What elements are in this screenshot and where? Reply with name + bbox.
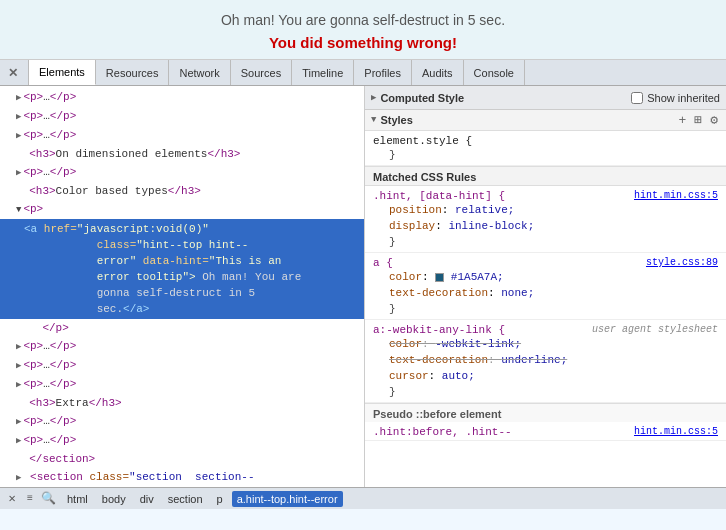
triangle-icon[interactable]: ▶ [16,93,21,103]
dom-line[interactable]: ▶ <section class="section section-- [0,468,364,487]
css-rule-webkit-header: user agent stylesheet a:-webkit-any-link… [373,324,718,336]
css-prop-text-decoration: text-decoration: none; [373,285,718,301]
css-source-a[interactable]: style.css:89 [646,257,718,268]
triangle-icon[interactable]: ▶ [16,417,21,427]
devtools-tabs: ✕ Elements Resources Network Sources Tim… [0,60,726,86]
css-selector-a: a { [373,257,393,269]
tab-console[interactable]: Console [464,60,525,85]
styles-panel: ▶ Computed Style Show inherited ▼ Styles… [365,86,726,487]
css-close-brace: } [373,147,718,163]
dom-line[interactable]: <h3>On dimensioned elements</h3> [0,145,364,163]
tab-close[interactable]: ✕ [0,60,29,85]
matched-css-header: Matched CSS Rules [365,166,726,186]
preview-line2: You did something wrong! [0,34,726,51]
triangle-icon[interactable]: ▶ [16,168,21,178]
breadcrumb-p[interactable]: p [212,491,228,507]
css-rule-a: style.css:89 a { color: #1A5A7A; text-de… [365,253,726,320]
tab-elements[interactable]: Elements [29,60,96,85]
dom-line[interactable]: ▶<p>…</p> [0,412,364,431]
dom-line[interactable]: <h3>Color based types</h3> [0,182,364,200]
breadcrumb-div[interactable]: div [135,491,159,507]
css-rule-webkit: user agent stylesheet a:-webkit-any-link… [365,320,726,403]
devtools-body: ▶<p>…</p> ▶<p>…</p> ▶<p>…</p> <h3>On dim… [0,86,726,487]
devtools-close-icon[interactable]: ✕ [4,491,20,507]
triangle-icon[interactable]: ▶ [16,380,21,390]
styles-section-header[interactable]: ▼ Styles + ⊞ ⚙ [365,110,726,131]
css-source-ua: user agent stylesheet [592,324,718,335]
dom-line[interactable]: </section> [0,450,364,468]
add-style-icon[interactable]: + [677,113,689,128]
triangle-icon[interactable]: ▶ [16,131,21,141]
breadcrumb-a-selected[interactable]: a.hint--top.hint--error [232,491,343,507]
css-rule-pseudo-header: hint.min.css:5 .hint:before, .hint-- [373,426,718,438]
pseudo-header: Pseudo ::before element [365,403,726,422]
css-source-hint[interactable]: hint.min.css:5 [634,190,718,201]
preview-line1: Oh man! You are gonna self-destruct in 5… [0,12,726,28]
color-swatch [435,273,444,282]
dom-line[interactable]: ▼<p> [0,200,364,219]
dom-line-selected[interactable]: <a href="javascript:void(0)" class="hint… [0,219,364,319]
settings-style-icon[interactable]: ⚙ [708,112,720,128]
breadcrumb-body[interactable]: body [97,491,131,507]
dom-line[interactable]: <h3>Extra</h3> [0,394,364,412]
tab-profiles[interactable]: Profiles [354,60,412,85]
computed-style-header: ▶ Computed Style Show inherited [365,86,726,110]
dom-line[interactable]: ▶<p>…</p> [0,337,364,356]
css-selector-pseudo: .hint:before, .hint-- [373,426,512,438]
preview-area: Oh man! You are gonna self-destruct in 5… [0,0,726,60]
tab-resources[interactable]: Resources [96,60,170,85]
breadcrumb-html[interactable]: html [62,491,93,507]
css-selector-line: element.style { [373,135,718,147]
element-style-selector: element.style { [373,135,472,147]
dom-line[interactable]: ▶<p>…</p> [0,107,364,126]
dom-line[interactable]: ▶<p>…</p> [0,431,364,450]
css-rule-hint: hint.min.css:5 .hint, [data-hint] { posi… [365,186,726,253]
dom-panel[interactable]: ▶<p>…</p> ▶<p>…</p> ▶<p>…</p> <h3>On dim… [0,86,365,487]
dom-line[interactable]: ▶<p>…</p> [0,356,364,375]
css-prop-color: color: #1A5A7A; [373,269,718,285]
css-prop-cursor-ua: cursor: auto; [373,368,718,384]
css-close-a: } [373,301,718,317]
show-inherited-label[interactable]: Show inherited [631,92,720,104]
dom-line[interactable]: ▶<p>…</p> [0,126,364,145]
dom-line[interactable]: ▶<p>…</p> [0,88,364,107]
element-style-block: element.style { } [365,131,726,166]
breadcrumb-icons: ✕ ≡ 🔍 [4,491,56,507]
css-prop-textdec-ua: text-decoration: underline; [373,352,718,368]
css-rule-a-header: style.css:89 a { [373,257,718,269]
breadcrumb-section[interactable]: section [163,491,208,507]
computed-style-triangle[interactable]: ▶ [371,92,376,103]
css-close-hint: } [373,234,718,250]
dom-line[interactable]: ▶<p>…</p> [0,163,364,182]
css-selector-webkit: a:-webkit-any-link { [373,324,505,336]
toggle-style-icon[interactable]: ⊞ [692,112,704,128]
triangle-icon[interactable]: ▶ [16,342,21,352]
styles-toolbar-icons: + ⊞ ⚙ [677,112,720,128]
breadcrumb-search-icon[interactable]: 🔍 [40,491,56,507]
triangle-icon[interactable]: ▼ [16,205,21,215]
dom-line[interactable]: </p> [0,319,364,337]
css-prop-color-ua: color: -webkit-link; [373,336,718,352]
css-close-webkit: } [373,384,718,400]
tab-sources[interactable]: Sources [231,60,292,85]
triangle-icon[interactable]: ▶ [16,436,21,446]
triangle-icon[interactable]: ▶ [16,361,21,371]
close-icon: ✕ [8,66,18,80]
tab-timeline[interactable]: Timeline [292,60,354,85]
css-source-pseudo[interactable]: hint.min.css:5 [634,426,718,437]
computed-style-title: Computed Style [380,92,464,104]
triangle-icon[interactable]: ▶ [16,112,21,122]
breadcrumb-expand-icon[interactable]: ≡ [22,491,38,507]
breadcrumb: ✕ ≡ 🔍 html body div section p a.hint--to… [0,487,726,509]
show-inherited-checkbox[interactable] [631,92,643,104]
css-rule-pseudo: hint.min.css:5 .hint:before, .hint-- [365,422,726,441]
dom-line[interactable]: ▶<p>…</p> [0,375,364,394]
styles-triangle[interactable]: ▼ [371,115,376,125]
css-prop-position: position: relative; [373,202,718,218]
tab-audits[interactable]: Audits [412,60,464,85]
show-inherited-text: Show inherited [647,92,720,104]
css-selector-hint: .hint, [data-hint] { [373,190,505,202]
triangle-icon[interactable]: ▶ [16,473,21,483]
tab-network[interactable]: Network [169,60,230,85]
styles-title: Styles [380,114,412,126]
